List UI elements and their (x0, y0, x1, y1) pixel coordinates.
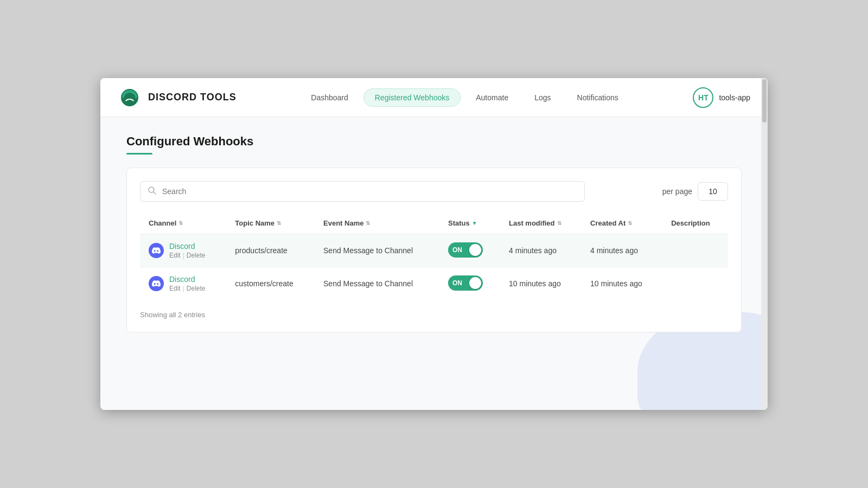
sort-status-icon: ▼ (472, 220, 477, 226)
channel-info-0: Discord Edit | Delete (169, 242, 206, 259)
col-event-name[interactable]: Event Name ⇅ (315, 213, 439, 234)
sort-event-icon: ⇅ (366, 220, 370, 226)
title-underline (126, 153, 152, 155)
user-area: HT tools-app (693, 87, 750, 108)
channel-name-1: Discord (169, 275, 206, 284)
edit-link-0[interactable]: Edit (169, 252, 181, 259)
app-title: DISCORD TOOLS (148, 92, 237, 103)
logo-area[interactable]: DISCORD TOOLS (118, 86, 237, 110)
nav-notifications[interactable]: Notifications (566, 89, 629, 106)
cell-channel-0: Discord Edit | Delete (140, 234, 226, 267)
cell-modified-1: 10 minutes ago (500, 267, 582, 300)
col-last-modified[interactable]: Last modified ⇅ (500, 213, 582, 234)
nav-dashboard[interactable]: Dashboard (300, 89, 359, 106)
channel-info-1: Discord Edit | Delete (169, 275, 206, 292)
cell-modified-0: 4 minutes ago (500, 234, 582, 267)
sort-topic-icon: ⇅ (277, 220, 281, 226)
discord-icon-1 (149, 276, 164, 291)
channel-name-0: Discord (169, 242, 206, 251)
cell-topic-1: customers/create (226, 267, 315, 300)
avatar[interactable]: HT (693, 87, 713, 108)
cell-status-1: ON (439, 267, 500, 300)
delete-link-0[interactable]: Delete (187, 252, 206, 259)
cell-topic-0: products/create (226, 234, 315, 267)
toggle-label-0: ON (452, 246, 462, 254)
cell-event-0: Send Message to Channel (315, 234, 439, 267)
scrollbar-thumb[interactable] (762, 79, 767, 123)
logo-icon (118, 86, 142, 110)
entries-count: Showing all 2 entries (140, 311, 205, 319)
main-content: Configured Webhooks per page 10 (100, 117, 768, 410)
nav-logs[interactable]: Logs (524, 89, 561, 106)
toggle-label-1: ON (452, 279, 462, 287)
browser-window: DISCORD TOOLS Dashboard Registered Webho… (100, 78, 768, 410)
col-status[interactable]: Status ▼ (439, 213, 500, 234)
nav-registered-webhooks[interactable]: Registered Webhooks (363, 88, 461, 107)
search-wrapper (140, 181, 585, 202)
nav-automate[interactable]: Automate (465, 89, 519, 106)
edit-link-1[interactable]: Edit (169, 285, 181, 292)
cell-created-0: 4 minutes ago (582, 234, 662, 267)
table-container: per page 10 Channel ⇅ (126, 168, 742, 332)
svg-line-2 (154, 192, 156, 194)
data-table: Channel ⇅ Topic Name ⇅ E (140, 213, 728, 300)
col-topic-name[interactable]: Topic Name ⇅ (226, 213, 315, 234)
search-icon (148, 186, 156, 197)
sort-created-icon: ⇅ (628, 220, 632, 226)
per-page-area: per page 10 (662, 182, 728, 201)
search-input[interactable] (140, 181, 585, 202)
col-description: Description (662, 213, 728, 234)
table-row: Discord Edit | Delete products/create Se… (140, 234, 728, 267)
toggle-knob-0 (469, 244, 481, 256)
page-title-area: Configured Webhooks (126, 134, 742, 155)
table-row: Discord Edit | Delete customers/create S… (140, 267, 728, 300)
cell-description-1 (662, 267, 728, 300)
channel-actions-1: Edit | Delete (169, 285, 206, 292)
cell-event-1: Send Message to Channel (315, 267, 439, 300)
cell-created-1: 10 minutes ago (582, 267, 662, 300)
per-page-label: per page (662, 187, 692, 196)
table-controls: per page 10 (140, 181, 728, 202)
sort-modified-icon: ⇅ (557, 220, 561, 226)
col-channel[interactable]: Channel ⇅ (140, 213, 226, 234)
table-body: Discord Edit | Delete products/create Se… (140, 234, 728, 300)
discord-icon-0 (149, 243, 164, 258)
workspace-name: tools-app (719, 93, 750, 102)
main-nav: Dashboard Registered Webhooks Automate L… (258, 88, 672, 107)
cell-channel-1: Discord Edit | Delete (140, 267, 226, 300)
cell-description-0 (662, 234, 728, 267)
table-footer: Showing all 2 entries (140, 311, 728, 319)
per-page-input[interactable]: 10 (698, 182, 728, 201)
col-created-at[interactable]: Created At ⇅ (582, 213, 662, 234)
toggle-knob-1 (469, 277, 481, 289)
table-header: Channel ⇅ Topic Name ⇅ E (140, 213, 728, 234)
header: DISCORD TOOLS Dashboard Registered Webho… (100, 78, 768, 117)
sort-channel-icon: ⇅ (178, 220, 183, 226)
toggle-1[interactable]: ON (448, 275, 483, 291)
scrollbar[interactable] (761, 78, 768, 410)
page-title: Configured Webhooks (126, 134, 742, 149)
delete-link-1[interactable]: Delete (187, 285, 206, 292)
toggle-0[interactable]: ON (448, 242, 483, 258)
channel-actions-0: Edit | Delete (169, 252, 206, 259)
cell-status-0: ON (439, 234, 500, 267)
